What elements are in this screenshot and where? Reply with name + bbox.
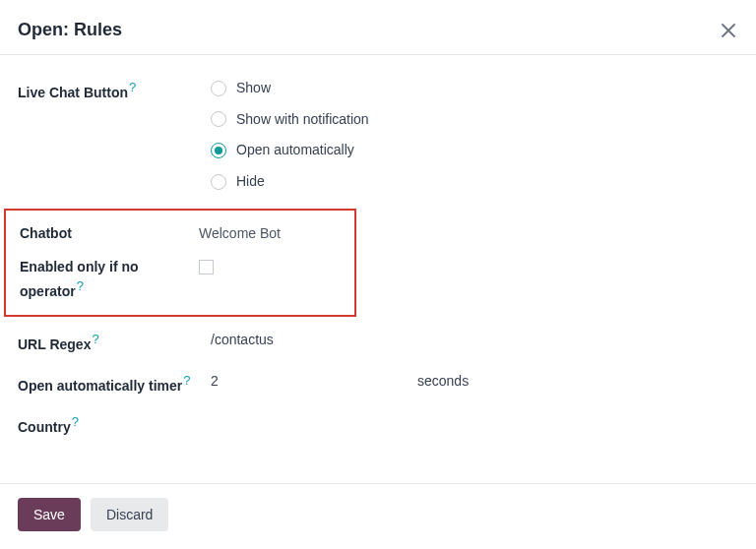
chatbot-highlight-box: Chatbot Welcome Bot Enabled only if no o…	[4, 209, 356, 316]
radio-option-show-notification[interactable]: Show with notification	[211, 110, 369, 130]
row-live-chat-button: Live Chat Button? Show Show with notific…	[18, 79, 738, 191]
label-live-chat-button: Live Chat Button?	[18, 79, 211, 102]
radio-option-open-automatically[interactable]: Open automatically	[211, 141, 369, 160]
discard-button[interactable]: Discard	[91, 498, 168, 531]
radio-option-show[interactable]: Show	[211, 79, 369, 98]
radio-icon	[211, 81, 226, 96]
row-enabled-no-operator: Enabled only if no operator?	[20, 258, 354, 301]
label-country: Country?	[18, 413, 211, 437]
radio-group-live-chat: Show Show with notification Open automat…	[211, 79, 369, 191]
row-chatbot: Chatbot Welcome Bot	[20, 224, 354, 244]
row-country: Country?	[18, 413, 738, 437]
save-button[interactable]: Save	[18, 498, 81, 531]
label-text: Open automatically timer	[18, 378, 182, 394]
open-timer-unit: seconds	[417, 372, 469, 392]
radio-label: Show with notification	[236, 110, 369, 130]
url-regex-value[interactable]: /contactus	[211, 331, 274, 350]
enabled-no-operator-checkbox[interactable]	[199, 260, 214, 274]
chatbot-value[interactable]: Welcome Bot	[199, 224, 281, 244]
modal-title-prefix: Open:	[18, 20, 69, 39]
radio-icon	[211, 174, 226, 190]
open-timer-value[interactable]: 2	[211, 372, 348, 392]
help-icon[interactable]: ?	[129, 80, 136, 94]
help-icon[interactable]: ?	[72, 414, 79, 429]
label-enabled-no-operator: Enabled only if no operator?	[20, 258, 199, 301]
label-open-timer: Open automatically timer?	[18, 372, 211, 396]
row-url-regex: URL Regex? /contactus	[18, 331, 738, 354]
help-icon[interactable]: ?	[92, 332, 98, 346]
label-text: Live Chat Button	[18, 85, 128, 100]
modal-title-name: Rules	[74, 20, 122, 39]
label-text: Country	[18, 419, 71, 435]
radio-icon	[211, 111, 226, 127]
modal-title: Open: Rules	[18, 20, 122, 40]
value-url-regex: /contactus	[211, 331, 738, 350]
modal-footer: Save Discard	[0, 484, 756, 549]
radio-label: Show	[236, 79, 271, 98]
help-icon[interactable]: ?	[183, 373, 190, 388]
row-open-timer: Open automatically timer? 2 seconds	[18, 372, 738, 396]
label-url-regex: URL Regex?	[18, 331, 211, 354]
radio-label: Hide	[236, 172, 265, 192]
value-open-timer: 2 seconds	[211, 372, 738, 392]
value-live-chat-button: Show Show with notification Open automat…	[211, 79, 738, 191]
form-body: Live Chat Button? Show Show with notific…	[0, 55, 756, 483]
help-icon[interactable]: ?	[77, 278, 84, 293]
modal-header: Open: Rules	[0, 0, 756, 54]
radio-option-hide[interactable]: Hide	[211, 172, 369, 192]
label-text: URL Regex	[18, 336, 91, 351]
label-chatbot: Chatbot	[20, 224, 199, 244]
value-chatbot: Welcome Bot	[199, 224, 354, 244]
radio-label: Open automatically	[236, 141, 354, 160]
label-text: Chatbot	[20, 225, 72, 241]
close-icon[interactable]	[719, 21, 738, 40]
value-enabled-no-operator	[199, 258, 354, 274]
radio-icon	[211, 143, 226, 158]
